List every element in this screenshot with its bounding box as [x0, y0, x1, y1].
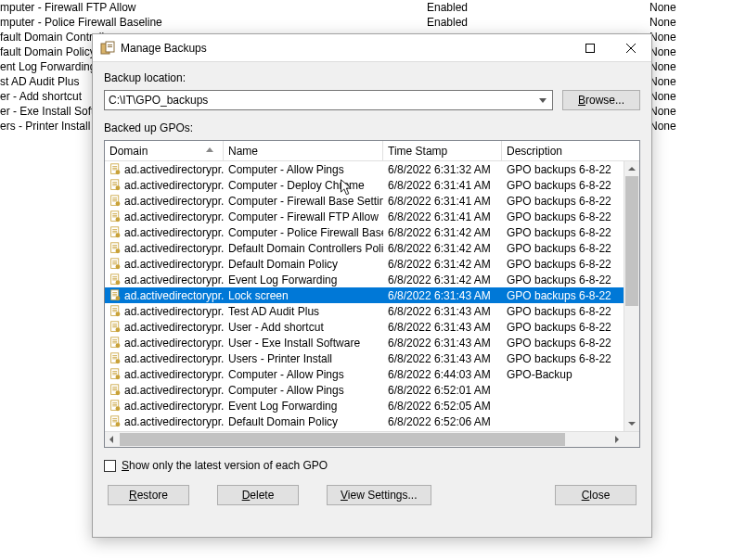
svg-point-51 [116, 296, 121, 300]
table-row[interactable]: ad.activedirectorypr...Users - Printer I… [105, 350, 624, 366]
list-rows: ad.activedirectorypr...Computer - Allow … [105, 161, 624, 429]
svg-point-91 [116, 422, 121, 426]
backed-up-label: Backed up GPOs: [104, 121, 640, 134]
horizontal-scrollbar[interactable] [105, 431, 639, 447]
gpo-listbox: Domain Name Time Stamp Description ad.ac… [104, 140, 640, 448]
vertical-scrollbar[interactable] [624, 161, 639, 431]
svg-point-31 [116, 233, 121, 237]
svg-rect-85 [112, 406, 117, 407]
table-row[interactable]: ad.activedirectorypr...Computer - Allow … [105, 382, 624, 398]
table-row[interactable]: ad.activedirectorypr...Test AD Audit Plu… [105, 303, 624, 319]
svg-rect-68 [112, 355, 117, 356]
svg-rect-84 [112, 404, 117, 405]
view-settings-button[interactable]: View Settings... [327, 485, 431, 505]
svg-rect-10 [112, 170, 117, 171]
col-header-name[interactable]: Name [224, 141, 383, 160]
col-header-desc[interactable]: Description [502, 141, 621, 160]
restore-button[interactable]: Restore [108, 485, 189, 505]
svg-point-66 [116, 343, 121, 348]
table-row[interactable]: ad.activedirectorypr...Computer - Deploy… [105, 177, 624, 193]
app-icon [100, 41, 115, 56]
table-row[interactable]: ad.activedirectorypr...Computer - Allow … [105, 161, 624, 177]
titlebar[interactable]: Manage Backups [93, 34, 651, 62]
vscroll-down-icon[interactable] [624, 416, 639, 431]
svg-rect-80 [112, 390, 117, 391]
vscroll-thumb[interactable] [625, 176, 638, 306]
svg-rect-29 [112, 231, 117, 232]
backup-location-combo[interactable]: C:\IT\GPO_backups [104, 90, 553, 110]
svg-point-16 [116, 185, 121, 190]
hscroll-left-icon[interactable] [105, 432, 120, 447]
svg-rect-50 [112, 296, 117, 297]
svg-point-41 [116, 264, 121, 269]
svg-rect-38 [112, 261, 117, 261]
table-row[interactable]: ad.activedirectorypr...User - Exe Instal… [105, 335, 624, 350]
svg-rect-25 [112, 217, 117, 218]
svg-rect-60 [112, 327, 117, 328]
table-row[interactable]: ad.activedirectorypr...Default Domain Po… [105, 256, 624, 272]
col-header-time[interactable]: Time Stamp [383, 141, 502, 160]
table-row[interactable]: ad.activedirectorypr...Default Domain Po… [105, 414, 624, 429]
svg-rect-15 [112, 185, 117, 186]
table-row[interactable]: ad.activedirectorypr...Computer - Firewa… [105, 209, 624, 224]
table-row[interactable]: ad.activedirectorypr...Default Domain Co… [105, 240, 624, 256]
svg-rect-88 [112, 418, 117, 419]
svg-rect-3 [108, 46, 112, 47]
show-latest-checkbox-row[interactable]: Show only the latest version of each GPO [104, 459, 640, 472]
close-button[interactable] [611, 34, 651, 61]
svg-point-76 [116, 375, 121, 379]
delete-button[interactable]: Delete [217, 485, 299, 505]
table-row[interactable]: ad.activedirectorypr...Event Log Forward… [105, 398, 624, 414]
hscroll-right-icon[interactable] [609, 432, 624, 447]
svg-rect-69 [112, 357, 117, 358]
show-latest-label: Show only the latest version of each GPO [122, 459, 328, 472]
table-row[interactable]: ad.activedirectorypr...Computer - Allow … [105, 366, 624, 382]
svg-rect-45 [112, 280, 117, 281]
svg-rect-70 [112, 359, 117, 360]
show-latest-checkbox[interactable] [104, 460, 116, 472]
background-row[interactable]: mputer - Firewall FTP AllowEnabledNone [0, 0, 746, 15]
table-row[interactable]: ad.activedirectorypr...Event Log Forward… [105, 272, 624, 287]
svg-rect-33 [112, 245, 117, 246]
table-row[interactable]: ad.activedirectorypr...Computer - Firewa… [105, 193, 624, 209]
svg-rect-20 [112, 201, 117, 202]
svg-rect-43 [112, 276, 117, 277]
col-header-domain[interactable]: Domain [105, 141, 224, 160]
svg-rect-24 [112, 215, 117, 216]
svg-rect-78 [112, 387, 117, 388]
svg-point-11 [116, 170, 121, 174]
svg-rect-18 [112, 197, 117, 198]
svg-point-71 [116, 359, 121, 363]
svg-rect-13 [112, 182, 117, 183]
svg-rect-8 [112, 166, 117, 167]
svg-rect-19 [112, 199, 117, 200]
svg-rect-2 [108, 45, 112, 45]
table-row[interactable]: ad.activedirectorypr...Computer - Police… [105, 224, 624, 240]
list-header: Domain Name Time Stamp Description [105, 141, 639, 161]
svg-rect-48 [112, 292, 117, 293]
background-row[interactable]: mputer - Police Firewall BaselineEnabled… [0, 15, 746, 30]
vscroll-up-icon[interactable] [624, 161, 639, 176]
svg-rect-90 [112, 422, 117, 423]
svg-rect-35 [112, 248, 117, 249]
svg-point-81 [116, 390, 121, 395]
hscroll-thumb[interactable] [120, 433, 565, 446]
close-dialog-button[interactable]: Close [555, 485, 637, 505]
svg-rect-30 [112, 233, 117, 234]
svg-rect-73 [112, 371, 117, 372]
svg-rect-89 [112, 420, 117, 421]
svg-rect-55 [112, 312, 117, 312]
svg-rect-49 [112, 294, 117, 295]
svg-point-46 [116, 280, 121, 285]
table-row[interactable]: ad.activedirectorypr...Lock screen6/8/20… [105, 287, 624, 303]
svg-rect-83 [112, 402, 117, 403]
svg-rect-63 [112, 339, 117, 340]
table-row[interactable]: ad.activedirectorypr...User - Add shortc… [105, 319, 624, 335]
maximize-button[interactable] [570, 34, 611, 61]
svg-rect-40 [112, 264, 117, 265]
browse-button[interactable]: Browse... [562, 90, 640, 110]
svg-rect-4 [586, 44, 595, 52]
svg-rect-79 [112, 388, 117, 389]
svg-rect-44 [112, 278, 117, 279]
svg-rect-74 [112, 373, 117, 374]
